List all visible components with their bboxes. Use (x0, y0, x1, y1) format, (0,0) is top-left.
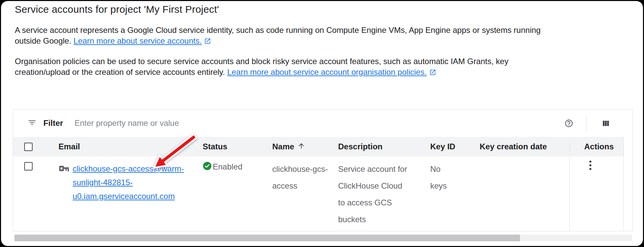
table-rows-area: Email Status Name Description Key ID Key… (13, 137, 624, 231)
table-row: clickhouse-gcs-access@warm-sunlight-4828… (13, 156, 623, 231)
filter-label: Filter (43, 118, 63, 128)
header-cell-key-id[interactable]: Key ID (428, 142, 477, 151)
service-accounts-table: Filter Email Status Name Description Key… (13, 109, 633, 231)
key-id-value: No keys (430, 161, 454, 194)
horizontal-scrollbar-track[interactable] (14, 235, 632, 241)
header-cell-actions: Actions (569, 142, 624, 151)
filter-list-icon (28, 118, 37, 129)
row-cell-key-creation-date (477, 156, 569, 231)
table-header-row: Email Status Name Description Key ID Key… (13, 137, 623, 156)
header-cell-select (13, 143, 53, 151)
header-cell-description[interactable]: Description (336, 142, 428, 151)
row-cell-description: Service account for ClickHouse Cloud to … (336, 156, 428, 231)
status-enabled-icon (203, 161, 212, 172)
service-account-name: clickhouse-gcs-access (272, 161, 329, 194)
service-account-email-link[interactable]: clickhouse-gcs-access@warm-sunlight-4828… (73, 162, 184, 203)
row-cell-actions (569, 156, 624, 231)
header-cell-key-creation-date[interactable]: Key creation date (477, 142, 569, 151)
header-label: Name (272, 142, 294, 151)
row-cell-email: clickhouse-gcs-access@warm-sunlight-4828… (53, 156, 201, 231)
filter-input[interactable] (74, 118, 564, 128)
open-in-new-icon (204, 37, 211, 47)
intro-paragraph-1: A service account represents a Google Cl… (15, 25, 632, 47)
service-account-description: Service account for ClickHouse Cloud to … (338, 161, 410, 228)
learn-more-org-policies-link[interactable]: Learn more about service account organis… (227, 67, 436, 77)
open-in-new-icon (429, 68, 436, 79)
intro-1-line-2: outside Google. (15, 36, 71, 45)
header-cell-email[interactable]: Email (53, 142, 201, 151)
link-label: Learn more about service account organis… (227, 67, 427, 77)
intro-1-line-1: A service account represents a Google Cl… (15, 26, 540, 35)
intro-paragraph-2: Organisation policies can be used to sec… (15, 56, 632, 79)
row-checkbox[interactable] (24, 162, 33, 170)
row-cell-name: clickhouse-gcs-access (270, 156, 336, 231)
service-accounts-page: Service accounts for project 'My First P… (1, 1, 643, 246)
row-cell-status: Enabled (201, 156, 270, 231)
horizontal-scrollbar-thumb[interactable] (14, 235, 520, 241)
row-cell-select (13, 156, 53, 231)
select-all-checkbox[interactable] (24, 143, 33, 151)
intro-2-line-1: Organisation policies can be used to sec… (15, 57, 509, 66)
link-label: Learn more about service accounts. (74, 36, 202, 45)
sort-ascending-icon (297, 142, 305, 152)
page-title: Service accounts for project 'My First P… (15, 4, 219, 15)
learn-more-service-accounts-link[interactable]: Learn more about service accounts. (74, 36, 211, 45)
row-actions-menu-button[interactable] (586, 160, 595, 171)
service-account-key-icon (59, 165, 69, 175)
help-button[interactable] (564, 119, 573, 128)
intro-2-line-2: creation/upload or the creation of servi… (15, 67, 225, 77)
filter-toolbar: Filter (13, 109, 633, 137)
toolbar-divider (586, 115, 587, 131)
screenshot-frame: Service accounts for project 'My First P… (0, 0, 644, 247)
column-display-button[interactable] (601, 119, 610, 128)
status-badge: Enabled (213, 161, 242, 172)
header-cell-name[interactable]: Name (270, 142, 336, 152)
header-cell-status[interactable]: Status (201, 142, 270, 151)
row-cell-key-id: No keys (428, 156, 477, 231)
